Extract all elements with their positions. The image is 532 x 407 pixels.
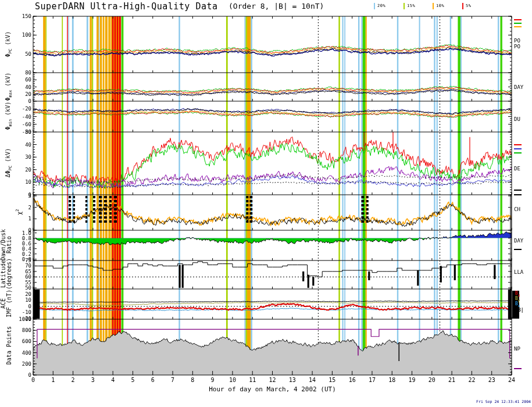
series-legend-line-8 xyxy=(514,249,522,250)
ylabel-delta-phi-pc: ΔΦPC (kV) xyxy=(5,128,13,198)
x-tick-label-1: 1 xyxy=(47,377,59,383)
legend-tick-15-icon xyxy=(404,3,405,9)
legend-item-15: 15% xyxy=(404,2,415,9)
render-timestamp: Fri Sep 24 12:33:41 2004 xyxy=(476,399,531,404)
series-legend-line-6 xyxy=(514,190,522,191)
series-legend-line-5 xyxy=(514,152,522,153)
ylabel-chi-squared: χ2 xyxy=(15,177,22,247)
page-subtitle: (Order 8, |B| = 10nT) xyxy=(228,2,324,10)
legend-item-20: 20% xyxy=(374,2,385,9)
x-tick-label-9: 9 xyxy=(206,377,219,383)
series-legend-line-2 xyxy=(514,26,522,27)
x-tick-label-13: 13 xyxy=(286,377,299,383)
x-tick-label-5: 5 xyxy=(126,377,139,383)
legend-item-5: 5% xyxy=(462,2,471,9)
x-tick-label-20: 20 xyxy=(426,377,438,383)
right-label-po: PO xyxy=(514,44,520,49)
legend-label: 15% xyxy=(407,3,415,8)
x-tick-label-8: 8 xyxy=(186,377,199,383)
right-label-np: NP xyxy=(514,347,520,352)
x-tick-label-12: 12 xyxy=(266,377,279,383)
x-tick-label-4: 4 xyxy=(106,377,119,383)
plot-canvas xyxy=(0,0,532,407)
x-tick-label-19: 19 xyxy=(406,377,419,383)
right-label-du: DU xyxy=(514,117,520,122)
x-tick-label-0: 0 xyxy=(27,377,40,383)
x-tick-label-17: 17 xyxy=(366,377,379,383)
x-tick-label-11: 11 xyxy=(246,377,259,383)
x-tick-label-18: 18 xyxy=(385,377,398,383)
series-legend-line-0 xyxy=(514,19,522,20)
legend-label: 20% xyxy=(377,3,385,8)
right-label-b-field-3: |B| xyxy=(515,308,523,313)
x-tick-label-7: 7 xyxy=(166,377,179,383)
right-label-lla: LLA xyxy=(514,270,523,275)
series-legend-line-9 xyxy=(514,368,522,369)
right-label-day: DAY xyxy=(514,238,523,244)
ylabel-data-points: Data Points xyxy=(6,310,12,380)
x-tick-label-22: 22 xyxy=(465,377,478,383)
x-axis-title: Hour of day on March, 4 2002 (UT) xyxy=(33,385,512,393)
series-legend-line-1 xyxy=(514,23,522,24)
right-label-b-field-2: Bx xyxy=(515,302,520,308)
right-label-de: DE xyxy=(514,166,520,172)
x-tick-label-2: 2 xyxy=(67,377,80,383)
legend-label: 5% xyxy=(466,3,471,8)
series-legend-line-3 xyxy=(514,144,522,145)
x-tick-label-6: 6 xyxy=(147,377,159,383)
x-tick-label-21: 21 xyxy=(445,377,458,383)
superdarn-plot-screen: { "header": { "title": "SuperDARN Ultra-… xyxy=(0,0,532,407)
x-tick-label-16: 16 xyxy=(346,377,359,383)
x-tick-label-24: 24 xyxy=(505,377,518,383)
series-legend-line-4 xyxy=(514,148,522,149)
x-tick-label-3: 3 xyxy=(87,377,99,383)
legend-tick-10-icon xyxy=(433,3,434,9)
x-tick-label-14: 14 xyxy=(306,377,319,383)
x-tick-label-23: 23 xyxy=(485,377,498,383)
right-label-po: PO xyxy=(514,38,520,44)
right-label-ch: CH xyxy=(514,207,520,212)
x-tick-label-15: 15 xyxy=(326,377,338,383)
right-label-day: DAY xyxy=(514,85,523,90)
x-tick-label-10: 10 xyxy=(226,377,239,383)
legend-label: 10% xyxy=(436,3,444,8)
series-legend-line-7 xyxy=(514,194,522,195)
legend-tick-20-icon xyxy=(374,3,375,9)
page-title: SuperDARN Ultra-High-Quality Data xyxy=(35,1,218,12)
legend-tick-5-icon xyxy=(462,3,463,9)
legend-item-10: 10% xyxy=(433,2,444,9)
